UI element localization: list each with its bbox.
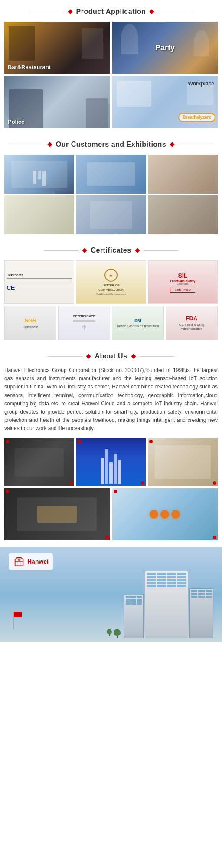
- header-line-left: [44, 250, 78, 251]
- certificates-header: Certificates: [0, 239, 222, 260]
- window: [177, 573, 186, 575]
- tree-trunk-2: [117, 636, 118, 638]
- window: [191, 596, 197, 598]
- customers-section: Our Customers and Exhibitions: [0, 133, 222, 239]
- party-label: Party: [155, 43, 175, 53]
- header-diamond-left: [86, 354, 91, 358]
- certificates-title: Certificates: [91, 247, 131, 254]
- customer-cell-1: [4, 155, 74, 194]
- window: [137, 602, 142, 605]
- cert-sil: SIL Functional Safety Certificate CERTIF…: [148, 260, 218, 304]
- customer-cell-5: [76, 195, 146, 234]
- product-cell-police: Police: [4, 76, 110, 128]
- window: [157, 579, 166, 581]
- header-line-right: [178, 145, 213, 145]
- cert-bsi: bsi British Standards Institution: [112, 306, 164, 340]
- header-diamond-left: [47, 142, 52, 147]
- product-cell-workplace: Workplace Breathalyzers: [112, 76, 218, 128]
- workplace-label: Workplace: [188, 81, 214, 87]
- window: [157, 576, 166, 578]
- right-building: [189, 588, 213, 638]
- cert-sgs: SGS Certificate: [4, 306, 56, 340]
- header-line-left: [9, 145, 44, 145]
- left-building-windows: [124, 595, 143, 606]
- cert-fda: FDA US Food & Drug Administration: [166, 306, 218, 340]
- window: [137, 596, 142, 598]
- window: [137, 599, 142, 602]
- customer-cell-3: [148, 155, 218, 194]
- tree-top-1: [107, 629, 112, 634]
- window: [126, 599, 131, 602]
- customer-cell-6: [148, 195, 218, 234]
- bar-restaurant-label: Bar&Restaurant: [8, 64, 51, 70]
- about-us-section: About Us Hanwei Electronics Group Corpor…: [0, 345, 222, 547]
- tree-trunk-1: [109, 634, 110, 636]
- about-images-bottom: [4, 488, 218, 540]
- hanwei-logo: Hanwei: [9, 553, 53, 570]
- building-group: [124, 571, 213, 638]
- tree-2: [114, 629, 121, 638]
- window: [191, 593, 197, 595]
- left-building: [124, 595, 144, 638]
- window: [147, 582, 156, 584]
- window: [126, 596, 131, 598]
- customers-grid: [4, 155, 218, 234]
- window: [147, 576, 156, 578]
- window: [198, 593, 204, 595]
- window: [167, 576, 176, 578]
- window: [167, 585, 176, 587]
- building-illustration: [107, 571, 213, 638]
- header-line-right: [144, 250, 178, 251]
- cert-certificate: CERTIFICATE ♱: [58, 306, 110, 340]
- window: [167, 573, 176, 575]
- product-grid: Bar&Restaurant Party Police Work: [4, 22, 218, 128]
- main-building: [145, 571, 188, 638]
- about-us-text: Hanwei Electronics Group Corporation (St…: [4, 366, 218, 433]
- window: [131, 602, 136, 605]
- customers-content: [0, 155, 222, 239]
- hanwei-logo-icon: [13, 556, 25, 568]
- window: [167, 579, 176, 581]
- window: [198, 590, 204, 592]
- certs-bottom-grid: SGS Certificate CERTIFICATE ♱ bsi Britis…: [4, 306, 218, 340]
- window: [157, 585, 166, 587]
- certs-top-grid: Certificate CE ★ LETTER OFCOMMENDATION C…: [4, 260, 218, 304]
- tree-1: [107, 629, 112, 638]
- header-line-left: [29, 12, 64, 12]
- about-img-1: [4, 438, 74, 486]
- window: [157, 582, 166, 584]
- window: [126, 602, 131, 605]
- about-us-title: About Us: [95, 352, 127, 360]
- flag: [14, 612, 22, 617]
- window: [206, 596, 212, 598]
- right-building-windows: [190, 589, 213, 599]
- window: [177, 576, 186, 578]
- customer-cell-2: [76, 155, 146, 194]
- window: [131, 599, 136, 602]
- main-building-windows: [145, 571, 188, 589]
- header-line-right: [140, 356, 174, 357]
- customer-cell-4: [4, 195, 74, 234]
- product-cell-party: Party: [112, 22, 218, 74]
- window: [191, 590, 197, 592]
- header-diamond-left: [82, 248, 87, 253]
- building-section: Hanwei: [0, 547, 222, 642]
- header-diamond-left: [68, 9, 72, 14]
- about-img-3: [148, 438, 218, 486]
- about-img-2: [76, 438, 146, 486]
- window: [147, 579, 156, 581]
- police-label: Police: [8, 118, 24, 125]
- product-application-title: Product Application: [76, 8, 146, 16]
- certificates-content: Certificate CE ★ LETTER OFCOMMENDATION C…: [0, 260, 222, 345]
- cert-ornate: ★ LETTER OFCOMMENDATION Certificate of A…: [76, 260, 146, 304]
- header-diamond-right: [135, 248, 140, 253]
- side-buildings: [124, 571, 213, 638]
- about-us-header: About Us: [0, 345, 222, 366]
- about-images-top: [4, 438, 218, 486]
- header-diamond-right: [170, 142, 175, 147]
- window: [157, 573, 166, 575]
- header-line-left: [48, 356, 82, 357]
- window: [177, 582, 186, 584]
- tree-top-2: [114, 629, 121, 636]
- window: [147, 573, 156, 575]
